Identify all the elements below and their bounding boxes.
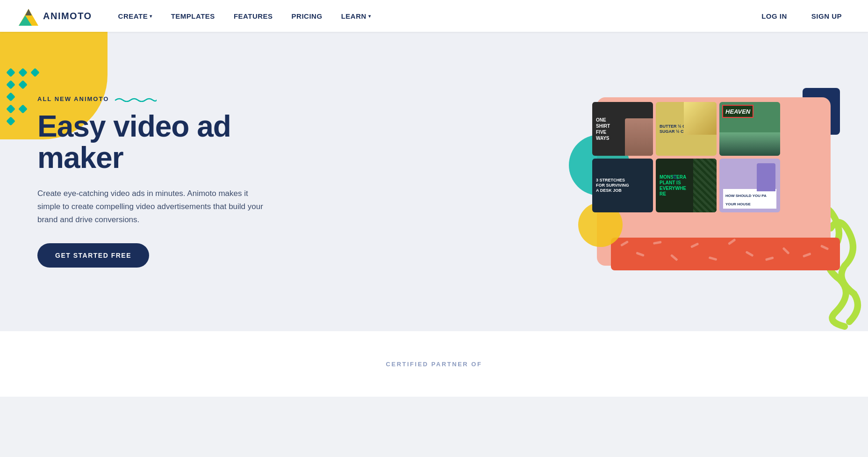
logo[interactable]: ANIMOTO: [19, 6, 92, 26]
logo-text: ANIMOTO: [43, 11, 92, 22]
svg-rect-7: [690, 242, 699, 248]
svg-marker-2: [25, 9, 32, 15]
hero-content: ALL NEW ANIMOTO Easy video ad maker Crea…: [37, 95, 299, 268]
person-silhouette: [625, 118, 653, 156]
hero-title: Easy video ad maker: [37, 111, 299, 174]
login-button[interactable]: LOG IN: [754, 8, 795, 24]
nav-item-features[interactable]: FEATURES: [226, 8, 280, 24]
get-started-button[interactable]: GET STARTED FREE: [37, 243, 149, 268]
svg-rect-12: [782, 247, 789, 254]
video-thumb-5[interactable]: MONSTERAPLANT ISEVERYWHERE: [656, 159, 717, 212]
grid-bottom-strip: [611, 238, 840, 270]
svg-rect-9: [728, 239, 736, 245]
certified-label: CERTIFIED PARTNER OF: [386, 361, 482, 368]
signup-button[interactable]: SIGN UP: [804, 8, 849, 24]
svg-rect-13: [803, 253, 811, 258]
video-grid-container: ONESHIRTFIVEWAYS butter ½ cupsugar ½ cup: [569, 88, 840, 275]
wavy-line-icon: [115, 96, 157, 102]
chevron-down-icon-learn: ▾: [368, 14, 371, 19]
video-thumb-2[interactable]: butter ½ cupsugar ½ cup: [656, 102, 717, 156]
hero-video-grid: ONESHIRTFIVEWAYS butter ½ cupsugar ½ cup: [569, 88, 840, 275]
svg-rect-4: [636, 252, 645, 257]
cursor-icon: ↖: [672, 172, 680, 184]
hero-eyebrow: ALL NEW ANIMOTO: [37, 95, 299, 102]
nav-item-learn[interactable]: LEARN ▾: [334, 8, 379, 24]
certified-section: CERTIFIED PARTNER OF: [0, 331, 868, 397]
nav-item-templates[interactable]: TEMPLATES: [164, 8, 222, 24]
video-thumb-6[interactable]: HOW SHOULD YOU PAYOUR HOUSE: [719, 159, 780, 212]
svg-rect-6: [670, 254, 678, 261]
deco-dots: [0, 69, 38, 124]
nav-item-pricing[interactable]: PRICING: [284, 8, 330, 24]
svg-rect-11: [765, 256, 774, 261]
svg-rect-10: [746, 251, 754, 257]
svg-rect-8: [709, 256, 717, 261]
nav-item-create[interactable]: CREATE ▾: [111, 8, 160, 24]
video-thumb-3[interactable]: HEAVEN: [719, 102, 780, 156]
hero-description: Create eye-catching video ads in minutes…: [37, 187, 271, 226]
nav-links: CREATE ▾ TEMPLATES FEATURES PRICING LEAR…: [111, 8, 754, 24]
video-thumb-1[interactable]: ONESHIRTFIVEWAYS: [592, 102, 653, 156]
hero-section: ALL NEW ANIMOTO Easy video ad maker Crea…: [0, 32, 868, 331]
video-thumb-4[interactable]: 3 stretchesfor survivinga desk job: [592, 159, 653, 212]
svg-rect-3: [620, 240, 629, 247]
logo-icon: [19, 6, 38, 26]
svg-rect-14: [820, 245, 829, 250]
svg-rect-5: [653, 241, 662, 245]
nav-right: LOG IN SIGN UP: [754, 8, 849, 24]
chevron-down-icon: ▾: [150, 14, 152, 19]
video-thumbnails: ONESHIRTFIVEWAYS butter ½ cupsugar ½ cup: [592, 102, 780, 212]
navbar: ANIMOTO CREATE ▾ TEMPLATES FEATURES PRIC…: [0, 0, 868, 32]
